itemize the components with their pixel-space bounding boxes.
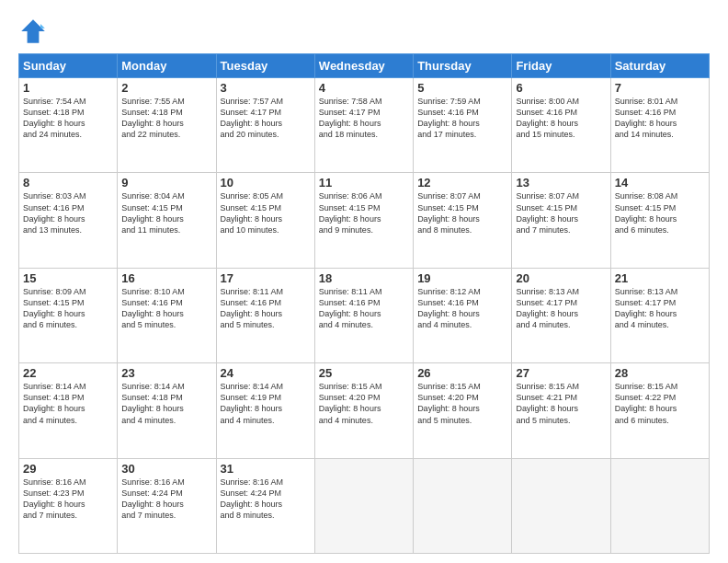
day-number: 27 bbox=[516, 366, 606, 380]
cell-text: Sunrise: 8:14 AM Sunset: 4:19 PM Dayligh… bbox=[221, 381, 311, 426]
day-header-wednesday: Wednesday bbox=[314, 54, 413, 78]
day-header-monday: Monday bbox=[118, 54, 216, 78]
calendar-cell: 9Sunrise: 8:04 AM Sunset: 4:15 PM Daylig… bbox=[118, 173, 216, 268]
cell-text: Sunrise: 7:57 AM Sunset: 4:17 PM Dayligh… bbox=[221, 96, 311, 141]
week-row-4: 29Sunrise: 8:16 AM Sunset: 4:23 PM Dayli… bbox=[19, 458, 710, 553]
cell-text: Sunrise: 8:13 AM Sunset: 4:17 PM Dayligh… bbox=[615, 286, 705, 331]
day-number: 8 bbox=[23, 176, 113, 190]
cell-text: Sunrise: 8:01 AM Sunset: 4:16 PM Dayligh… bbox=[615, 96, 705, 141]
calendar-header: SundayMondayTuesdayWednesdayThursdayFrid… bbox=[19, 54, 710, 78]
calendar-cell: 4Sunrise: 7:58 AM Sunset: 4:17 PM Daylig… bbox=[314, 78, 413, 173]
cell-text: Sunrise: 8:07 AM Sunset: 4:15 PM Dayligh… bbox=[417, 190, 507, 236]
day-number: 26 bbox=[417, 366, 507, 380]
calendar-cell: 23Sunrise: 8:14 AM Sunset: 4:18 PM Dayli… bbox=[118, 363, 216, 458]
day-number: 15 bbox=[23, 271, 113, 285]
cell-text: Sunrise: 8:16 AM Sunset: 4:23 PM Dayligh… bbox=[23, 477, 113, 522]
calendar-cell: 15Sunrise: 8:09 AM Sunset: 4:15 PM Dayli… bbox=[19, 268, 118, 362]
day-number: 17 bbox=[221, 271, 311, 285]
cell-text: Sunrise: 8:06 AM Sunset: 4:15 PM Dayligh… bbox=[319, 190, 409, 236]
cell-text: Sunrise: 8:14 AM Sunset: 4:18 PM Dayligh… bbox=[23, 381, 113, 426]
calendar-cell: 8Sunrise: 8:03 AM Sunset: 4:16 PM Daylig… bbox=[19, 173, 118, 268]
cell-text: Sunrise: 8:07 AM Sunset: 4:15 PM Dayligh… bbox=[516, 190, 606, 236]
calendar-cell: 29Sunrise: 8:16 AM Sunset: 4:23 PM Dayli… bbox=[19, 458, 118, 553]
day-number: 14 bbox=[615, 176, 705, 190]
day-number: 28 bbox=[615, 366, 705, 380]
calendar-cell: 7Sunrise: 8:01 AM Sunset: 4:16 PM Daylig… bbox=[610, 78, 709, 173]
day-number: 2 bbox=[121, 81, 211, 95]
day-header-thursday: Thursday bbox=[414, 54, 512, 78]
calendar-cell: 21Sunrise: 8:13 AM Sunset: 4:17 PM Dayli… bbox=[610, 268, 709, 362]
day-number: 23 bbox=[121, 366, 211, 380]
day-number: 4 bbox=[319, 81, 409, 95]
cell-text: Sunrise: 7:55 AM Sunset: 4:18 PM Dayligh… bbox=[121, 96, 211, 141]
calendar-cell: 28Sunrise: 8:15 AM Sunset: 4:22 PM Dayli… bbox=[610, 363, 709, 458]
cell-text: Sunrise: 7:54 AM Sunset: 4:18 PM Dayligh… bbox=[23, 96, 113, 141]
day-number: 29 bbox=[23, 462, 113, 476]
cell-text: Sunrise: 8:10 AM Sunset: 4:16 PM Dayligh… bbox=[121, 286, 211, 331]
calendar-cell: 31Sunrise: 8:16 AM Sunset: 4:24 PM Dayli… bbox=[216, 458, 314, 553]
cell-text: Sunrise: 8:04 AM Sunset: 4:15 PM Dayligh… bbox=[121, 190, 211, 236]
cell-text: Sunrise: 8:15 AM Sunset: 4:20 PM Dayligh… bbox=[319, 381, 409, 426]
day-header-sunday: Sunday bbox=[19, 54, 118, 78]
calendar-cell: 16Sunrise: 8:10 AM Sunset: 4:16 PM Dayli… bbox=[118, 268, 216, 362]
day-number: 6 bbox=[516, 81, 606, 95]
calendar-cell: 1Sunrise: 7:54 AM Sunset: 4:18 PM Daylig… bbox=[19, 78, 118, 173]
calendar-cell: 27Sunrise: 8:15 AM Sunset: 4:21 PM Dayli… bbox=[512, 363, 610, 458]
svg-marker-0 bbox=[21, 19, 45, 43]
cell-text: Sunrise: 8:11 AM Sunset: 4:16 PM Dayligh… bbox=[319, 286, 409, 331]
cell-text: Sunrise: 8:11 AM Sunset: 4:16 PM Dayligh… bbox=[221, 286, 311, 331]
calendar-cell: 11Sunrise: 8:06 AM Sunset: 4:15 PM Dayli… bbox=[314, 173, 413, 268]
day-header-friday: Friday bbox=[512, 54, 610, 78]
calendar: SundayMondayTuesdayWednesdayThursdayFrid… bbox=[18, 53, 710, 554]
week-row-3: 22Sunrise: 8:14 AM Sunset: 4:18 PM Dayli… bbox=[19, 363, 710, 458]
day-number: 20 bbox=[516, 271, 606, 285]
calendar-cell: 30Sunrise: 8:16 AM Sunset: 4:24 PM Dayli… bbox=[118, 458, 216, 553]
calendar-cell: 3Sunrise: 7:57 AM Sunset: 4:17 PM Daylig… bbox=[216, 78, 314, 173]
day-header-tuesday: Tuesday bbox=[216, 54, 314, 78]
logo bbox=[18, 17, 51, 46]
calendar-cell bbox=[610, 458, 709, 553]
calendar-cell bbox=[512, 458, 610, 553]
page: SundayMondayTuesdayWednesdayThursdayFrid… bbox=[0, 0, 728, 563]
day-number: 25 bbox=[319, 366, 409, 380]
cell-text: Sunrise: 8:16 AM Sunset: 4:24 PM Dayligh… bbox=[221, 477, 311, 522]
day-number: 5 bbox=[417, 81, 507, 95]
cell-text: Sunrise: 7:59 AM Sunset: 4:16 PM Dayligh… bbox=[417, 96, 507, 141]
calendar-cell: 25Sunrise: 8:15 AM Sunset: 4:20 PM Dayli… bbox=[314, 363, 413, 458]
day-number: 9 bbox=[121, 176, 211, 190]
cell-text: Sunrise: 7:58 AM Sunset: 4:17 PM Dayligh… bbox=[319, 96, 409, 141]
day-number: 22 bbox=[23, 366, 113, 380]
calendar-cell: 24Sunrise: 8:14 AM Sunset: 4:19 PM Dayli… bbox=[216, 363, 314, 458]
cell-text: Sunrise: 8:15 AM Sunset: 4:21 PM Dayligh… bbox=[516, 381, 606, 426]
cell-text: Sunrise: 8:08 AM Sunset: 4:15 PM Dayligh… bbox=[615, 190, 705, 236]
header-row: SundayMondayTuesdayWednesdayThursdayFrid… bbox=[19, 54, 710, 78]
calendar-cell bbox=[414, 458, 512, 553]
day-header-saturday: Saturday bbox=[610, 54, 709, 78]
calendar-cell: 5Sunrise: 7:59 AM Sunset: 4:16 PM Daylig… bbox=[414, 78, 512, 173]
day-number: 31 bbox=[221, 462, 311, 476]
calendar-cell bbox=[314, 458, 413, 553]
calendar-cell: 13Sunrise: 8:07 AM Sunset: 4:15 PM Dayli… bbox=[512, 173, 610, 268]
logo-icon bbox=[18, 17, 48, 46]
cell-text: Sunrise: 8:15 AM Sunset: 4:20 PM Dayligh… bbox=[417, 381, 507, 426]
day-number: 11 bbox=[319, 176, 409, 190]
day-number: 12 bbox=[417, 176, 507, 190]
day-number: 30 bbox=[121, 462, 211, 476]
cell-text: Sunrise: 8:05 AM Sunset: 4:15 PM Dayligh… bbox=[221, 190, 311, 236]
calendar-cell: 2Sunrise: 7:55 AM Sunset: 4:18 PM Daylig… bbox=[118, 78, 216, 173]
week-row-1: 8Sunrise: 8:03 AM Sunset: 4:16 PM Daylig… bbox=[19, 173, 710, 268]
day-number: 18 bbox=[319, 271, 409, 285]
cell-text: Sunrise: 8:00 AM Sunset: 4:16 PM Dayligh… bbox=[516, 96, 606, 141]
day-number: 3 bbox=[221, 81, 311, 95]
day-number: 16 bbox=[121, 271, 211, 285]
day-number: 19 bbox=[417, 271, 507, 285]
header bbox=[18, 17, 710, 46]
calendar-cell: 22Sunrise: 8:14 AM Sunset: 4:18 PM Dayli… bbox=[19, 363, 118, 458]
cell-text: Sunrise: 8:09 AM Sunset: 4:15 PM Dayligh… bbox=[23, 286, 113, 331]
calendar-cell: 12Sunrise: 8:07 AM Sunset: 4:15 PM Dayli… bbox=[414, 173, 512, 268]
cell-text: Sunrise: 8:15 AM Sunset: 4:22 PM Dayligh… bbox=[615, 381, 705, 426]
calendar-cell: 20Sunrise: 8:13 AM Sunset: 4:17 PM Dayli… bbox=[512, 268, 610, 362]
day-number: 7 bbox=[615, 81, 705, 95]
day-number: 1 bbox=[23, 81, 113, 95]
week-row-0: 1Sunrise: 7:54 AM Sunset: 4:18 PM Daylig… bbox=[19, 78, 710, 173]
